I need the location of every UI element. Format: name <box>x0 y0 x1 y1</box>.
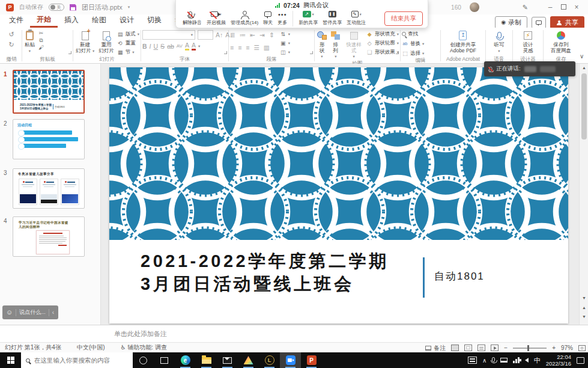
scroll-up-icon[interactable]: ▲ <box>580 66 588 70</box>
design-ideas-button[interactable]: ⚡ 设计灵感 <box>522 29 535 54</box>
taskbar-powerpoint[interactable]: P <box>301 352 322 368</box>
action-center-icon[interactable] <box>577 357 584 364</box>
normal-view-button[interactable] <box>451 345 459 351</box>
taskbar-mail[interactable] <box>217 352 238 368</box>
news-widget-icon[interactable] <box>468 357 477 364</box>
clear-format-icon[interactable]: ab <box>167 43 174 50</box>
taskbar-search[interactable] <box>21 352 133 368</box>
notes-toggle-button[interactable]: 备注 <box>425 344 446 352</box>
zoom-percent[interactable]: 97% <box>561 345 573 351</box>
hidden-icons-chevron[interactable]: ∧ <box>482 357 486 364</box>
taskbar-file-explorer[interactable] <box>196 352 217 368</box>
undo-icon[interactable]: ↺ <box>8 31 14 38</box>
slide-thumbnail-4[interactable]: 学习习近平总书记给中国冰雪健 儿的回信精神 <box>13 216 85 257</box>
font-color-icon[interactable]: A <box>192 41 196 51</box>
emoji-icon[interactable]: ☺ <box>6 309 13 316</box>
collapse-ribbon-icon[interactable]: ∨ <box>580 53 584 60</box>
new-slide-button[interactable]: 新建幻灯片 ▾ <box>74 29 95 54</box>
font-name-box[interactable]: ▾ <box>142 30 195 40</box>
font-dialog-launcher[interactable] <box>224 51 227 54</box>
font-size-box[interactable] <box>198 30 213 40</box>
italic-button[interactable]: I <box>150 43 151 50</box>
dictate-button[interactable]: 听写▾ <box>493 29 506 54</box>
taskbar-league-of-legends[interactable]: L <box>259 352 280 368</box>
tray-device-icon[interactable] <box>500 358 508 363</box>
quick-chat-placeholder[interactable]: 说点什么... <box>19 308 46 316</box>
char-spacing-icon[interactable]: AV <box>177 43 183 49</box>
layout-button[interactable]: ▤版式▾ <box>117 30 139 38</box>
language-status[interactable]: 中文(中国) <box>77 343 105 352</box>
align-right-icon[interactable]: ≡ <box>246 44 249 51</box>
paste-button[interactable]: 粘贴▾ <box>23 29 36 54</box>
reset-button[interactable]: ⟲重置 <box>117 39 139 47</box>
current-slide[interactable]: 2021-2022学年度第二学期 3月团日活动暨线上班会 自动1801 <box>109 67 568 324</box>
quick-styles-button[interactable]: 快速样式▾ <box>344 29 365 60</box>
shape-fill-button[interactable]: ◆形状填充▾ <box>366 30 399 38</box>
comments-button[interactable] <box>532 17 546 29</box>
text-highlight-icon[interactable]: A <box>185 41 189 51</box>
save-to-baidu-button[interactable]: 保存到百度网盘 <box>550 29 572 54</box>
align-center-icon[interactable]: ≡ <box>238 44 241 51</box>
fit-to-window-button[interactable] <box>578 345 586 351</box>
tab-draw[interactable]: 绘图 <box>85 13 113 28</box>
strikethrough-button[interactable]: S <box>160 43 165 50</box>
scrollbar-thumb[interactable] <box>581 73 587 140</box>
close-button[interactable]: × <box>570 3 583 11</box>
autosave-toggle[interactable]: 关 <box>49 4 64 11</box>
reading-view-button[interactable] <box>477 345 485 351</box>
meeting-quick-chat[interactable]: ☺ 说点什么... ‹ <box>2 305 58 319</box>
previous-slide-icon[interactable]: ▲ <box>580 305 588 310</box>
copy-icon[interactable]: ⧉ <box>38 37 44 43</box>
slide-thumbnail-2[interactable]: 活动日程 <box>13 119 85 159</box>
accessibility-status[interactable]: ♿ 辅助功能: 调查 <box>121 343 167 352</box>
slideshow-button[interactable] <box>491 345 499 351</box>
annotation-button[interactable]: ✎▾ 互动批注 <box>345 10 368 26</box>
format-painter-icon[interactable]: 🖌 <box>38 44 44 51</box>
align-text-button[interactable]: ▣▾ <box>280 39 290 47</box>
start-button[interactable] <box>0 352 21 368</box>
pen-icon[interactable]: ✎ <box>523 4 528 11</box>
avatar[interactable] <box>470 2 479 12</box>
underline-button[interactable]: U <box>154 43 159 50</box>
chat-button[interactable]: ⋯ 聊天 <box>261 10 274 26</box>
justify-icon[interactable]: ☰ <box>253 44 259 51</box>
find-button[interactable]: 查找 <box>402 30 418 38</box>
zoom-slider[interactable] <box>513 348 547 349</box>
columns-icon[interactable]: ▥ <box>264 44 270 51</box>
numbering-icon[interactable]: ≔ <box>240 31 246 38</box>
align-left-icon[interactable]: ≡ <box>230 44 234 51</box>
taskbar-tencent-meeting[interactable] <box>280 352 301 368</box>
cortana-button[interactable] <box>133 352 154 368</box>
arrange-button[interactable]: 排列▾ <box>330 29 342 60</box>
redo-icon[interactable]: ↻ <box>8 41 14 49</box>
slide-class-name[interactable]: 自动1801 <box>434 269 485 283</box>
shape-effects-button[interactable]: ❑形状效果▾ <box>366 48 399 56</box>
ime-indicator[interactable]: 中 <box>534 356 541 365</box>
zoom-in-button[interactable]: + <box>552 345 556 351</box>
volume-icon[interactable] <box>525 358 529 363</box>
grow-font-icon[interactable]: A↑ <box>216 31 223 38</box>
share-button[interactable]: 共享 <box>550 16 584 29</box>
minimize-button[interactable]: – <box>544 3 557 11</box>
tray-mic-icon[interactable] <box>492 357 495 362</box>
search-input[interactable] <box>34 357 124 364</box>
manage-members-button[interactable]: 管理成员(14) <box>229 10 260 26</box>
save-icon[interactable] <box>70 4 76 11</box>
zoom-slider-thumb[interactable] <box>527 345 529 351</box>
task-view-button[interactable] <box>154 352 175 368</box>
tab-transitions[interactable]: 切换 <box>141 13 168 28</box>
drawing-dialog-launcher[interactable] <box>396 51 399 54</box>
tab-insert[interactable]: 插入 <box>58 13 85 28</box>
slide-thumbnail-3[interactable]: 冬奥冰雪健儿故事分享 <box>13 168 85 209</box>
select-button[interactable]: ⬚选择▾ <box>402 49 424 57</box>
bold-button[interactable]: B <box>142 43 147 50</box>
network-icon[interactable] <box>513 357 520 363</box>
shape-outline-button[interactable]: ◇形状轮廓▾ <box>366 39 399 47</box>
shapes-button[interactable]: 形状▾ <box>316 29 328 60</box>
end-share-button[interactable]: 结束共享 <box>384 11 423 26</box>
notes-placeholder[interactable]: 单击此处添加备注 <box>114 330 167 339</box>
scroll-down-icon[interactable]: ▼ <box>580 296 588 300</box>
replace-button[interactable]: ab替换▾ <box>402 40 424 48</box>
reuse-slides-button[interactable]: 重用幻灯片 <box>97 29 115 54</box>
paragraph-dialog-launcher[interactable] <box>310 51 313 54</box>
